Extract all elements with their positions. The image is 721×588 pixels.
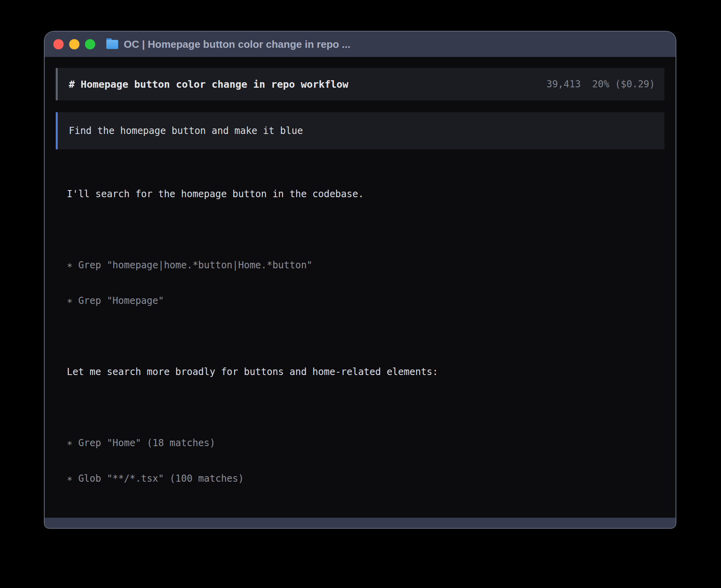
user-message: Find the homepage button and make it blu…: [56, 112, 664, 149]
assistant-text: Let me search more broadly for buttons a…: [67, 366, 664, 378]
close-button[interactable]: [53, 39, 64, 49]
folder-icon: [106, 40, 118, 49]
tool-call-grep: ∗ Grep "homepage|home.*button|Home.*butt…: [67, 259, 664, 271]
assistant-text: I'll search for the homepage button in t…: [67, 188, 664, 200]
minimize-button[interactable]: [69, 39, 79, 49]
traffic-lights: [53, 39, 95, 49]
tool-call-grep: ∗ Grep "Homepage": [67, 295, 664, 307]
tool-call-grep: ∗ Grep "Home" (18 matches): [67, 437, 664, 449]
user-message-text: Find the homepage button and make it blu…: [69, 125, 303, 136]
window-bottom-chrome: [45, 518, 676, 528]
titlebar[interactable]: OC | Homepage button color change in rep…: [45, 32, 676, 57]
session-header: # Homepage button color change in repo w…: [56, 68, 664, 100]
window-title: OC | Homepage button color change in rep…: [124, 38, 351, 51]
terminal-content: # Homepage button color change in repo w…: [45, 57, 676, 529]
session-title: # Homepage button color change in repo w…: [69, 79, 348, 90]
tool-call-glob: ∗ Glob "**/*.tsx" (100 matches): [67, 473, 664, 484]
assistant-transcript: I'll search for the homepage button in t…: [56, 164, 664, 529]
zoom-button[interactable]: [85, 39, 95, 49]
terminal-window: OC | Homepage button color change in rep…: [44, 31, 676, 529]
session-stats: 39,413 20% ($0.29): [546, 79, 655, 90]
